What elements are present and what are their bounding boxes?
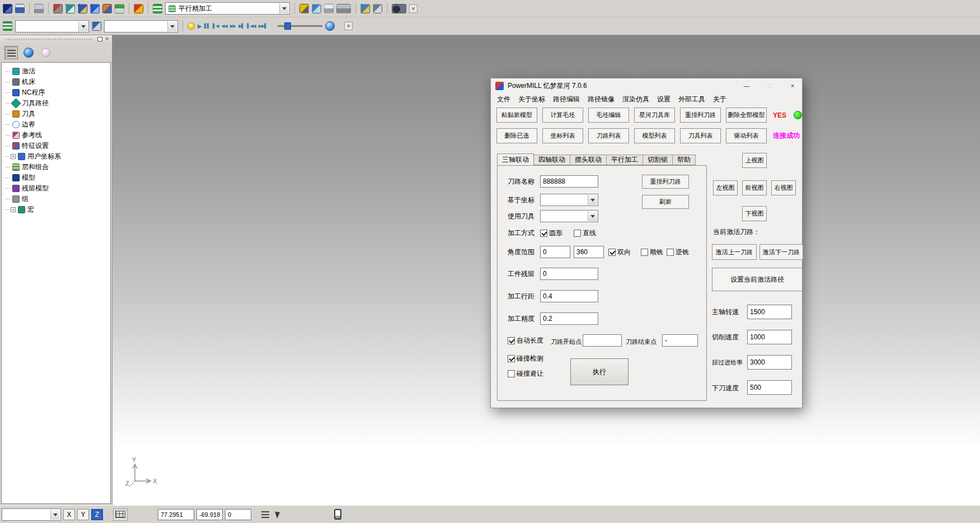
use-tool-combo[interactable] — [540, 210, 598, 222]
model-list-button[interactable]: 模型列表 — [634, 128, 675, 143]
clock-icon[interactable] — [325, 21, 335, 31]
close-panel-icon[interactable]: × — [105, 36, 109, 42]
toolpath-list-icon[interactable] — [3, 21, 12, 31]
plunge-feed-input[interactable] — [747, 380, 792, 395]
new-project-icon[interactable] — [3, 4, 12, 13]
clipping-icon[interactable] — [373, 4, 382, 13]
minimize-button[interactable]: — — [737, 78, 756, 93]
tree-item-group[interactable]: 组 — [6, 194, 110, 204]
conventional-checkbox[interactable] — [667, 249, 674, 256]
pause-icon[interactable]: ▌▌ — [204, 24, 210, 29]
step-first-icon[interactable]: ▌◀ — [213, 24, 218, 29]
menu-settings[interactable]: 设置 — [653, 95, 674, 104]
tree-item-stock-model[interactable]: 残留模型 — [6, 183, 110, 194]
print-icon[interactable] — [34, 4, 44, 13]
end-point-input[interactable] — [662, 334, 698, 347]
circle-checkbox[interactable] — [540, 230, 547, 237]
coord-y-input[interactable] — [196, 509, 223, 520]
step-last-icon[interactable]: ▶▌ — [238, 24, 244, 29]
method-line-option[interactable]: 直线 — [574, 228, 596, 238]
shaded-view-button[interactable] — [39, 46, 53, 59]
toolpath-list-button[interactable]: 刀路列表 — [588, 128, 629, 143]
animation-speed-slider[interactable] — [278, 22, 322, 30]
play-icon[interactable]: ▶ — [198, 23, 201, 29]
tool-library-button[interactable]: 星河刀具库 — [634, 108, 675, 123]
panel-toggle-icon[interactable] — [334, 509, 341, 520]
tree-item-nc-program[interactable]: NC程序 — [6, 87, 110, 98]
tree-item-boundary[interactable]: 边界 — [6, 119, 110, 130]
menu-about[interactable]: 关于 — [709, 95, 730, 104]
tab-saw[interactable]: 切割锯 — [643, 155, 673, 165]
delete-all-models-button[interactable]: 删除全部模型 — [726, 108, 767, 123]
activate-next-button[interactable]: 激活下一刀路 — [759, 244, 803, 260]
menu-render-sim[interactable]: 渲染仿真 — [618, 95, 653, 104]
z-axis-button[interactable]: Z — [91, 509, 103, 520]
collision-check-option[interactable]: 碰撞检测 — [508, 354, 543, 363]
list-icon[interactable] — [261, 511, 269, 518]
maximize-button[interactable]: □ — [760, 78, 779, 93]
clamp-icon[interactable] — [53, 4, 63, 13]
menu-external-tools[interactable]: 外部工具 — [674, 95, 709, 104]
grid-button[interactable] — [113, 508, 128, 521]
view-front-button[interactable]: 前视图 — [742, 180, 767, 195]
calculator-icon[interactable] — [336, 4, 351, 13]
stock-input[interactable] — [540, 268, 598, 280]
skip-end-icon[interactable]: ▶▶▌ — [259, 24, 267, 29]
skip-start-icon[interactable]: ▌◀◀ — [247, 24, 255, 29]
auto-length-checkbox[interactable] — [508, 337, 515, 344]
tool-list-button[interactable]: 刀具列表 — [680, 128, 721, 143]
cutting-speed-input[interactable] — [747, 330, 792, 344]
y-axis-button[interactable]: Y — [77, 509, 89, 520]
collision-avoid-option[interactable]: 碰撞避让 — [508, 369, 543, 379]
globe-button[interactable] — [22, 46, 35, 59]
abacus-icon[interactable] — [324, 4, 334, 13]
angle-from-input[interactable] — [540, 246, 570, 258]
view-left-button[interactable]: 左视图 — [713, 180, 738, 195]
activate-prev-button[interactable]: 激活上一刀路 — [712, 244, 757, 260]
climb-option[interactable]: 顺铣 — [641, 248, 663, 257]
view-top-button[interactable]: 上视图 — [742, 153, 767, 168]
method-circle-option[interactable]: 圆形 — [540, 228, 562, 238]
toolpath-name-input[interactable] — [540, 175, 598, 188]
execute-button[interactable]: 执行 — [570, 358, 629, 385]
tree-item-macro[interactable]: +宏 — [6, 204, 110, 215]
panel-grip[interactable] — [6, 39, 92, 40]
skim-feed-input[interactable] — [747, 355, 792, 370]
tree-item-machine[interactable]: 机床 — [6, 77, 110, 87]
toolpath-combo[interactable] — [15, 20, 89, 32]
dialog-titlebar[interactable]: PowerMILL 忆梦星河 7.0.6 — □ × — [491, 78, 802, 93]
rearrange-toolpaths-button[interactable]: 重排列刀路 — [680, 108, 721, 123]
lightbulb-icon[interactable] — [187, 22, 195, 30]
x-axis-button[interactable]: X — [63, 509, 75, 520]
swap-levels-icon[interactable] — [92, 21, 101, 31]
cursor-icon[interactable] — [275, 510, 282, 519]
tree-item-tool[interactable]: 刀具 — [6, 109, 110, 119]
view-bottom-button[interactable]: 下视图 — [742, 206, 767, 221]
menu-path-mirror[interactable]: 路径镜像 — [584, 95, 618, 104]
tree-item-levels[interactable]: 层和组合 — [6, 162, 110, 172]
spindle-speed-input[interactable] — [747, 305, 792, 319]
auto-length-option[interactable]: 自动长度 — [508, 336, 543, 345]
stats-chart-icon[interactable] — [360, 4, 370, 13]
bidirectional-option[interactable]: 双向 — [608, 248, 631, 257]
rearrange-button[interactable]: 重排列刀路 — [642, 175, 689, 189]
view-right-button[interactable]: 右视图 — [771, 180, 796, 195]
shade-diamond-icon[interactable] — [102, 4, 112, 13]
menu-file[interactable]: 文件 — [493, 95, 514, 104]
binoculars-icon[interactable] — [392, 4, 406, 13]
climb-checkbox[interactable] — [641, 249, 648, 256]
line-checkbox[interactable] — [574, 230, 581, 237]
undo-icon[interactable] — [78, 4, 87, 13]
paste-new-model-button[interactable]: 粘贴新模型 — [496, 108, 537, 123]
coord-list-button[interactable]: 坐标列表 — [542, 128, 583, 143]
tab-parallel[interactable]: 平行加工 — [607, 155, 643, 165]
tree-item-pattern[interactable]: 参考线 — [6, 130, 110, 141]
levels-icon[interactable] — [115, 4, 124, 13]
menu-coords[interactable]: 关于坐标 — [514, 95, 549, 104]
expand-icon[interactable]: + — [11, 207, 16, 212]
graph-icon[interactable] — [312, 4, 321, 13]
edit-stock-button[interactable]: 毛坯编辑 — [588, 108, 629, 123]
tab-4axis[interactable]: 四轴联动 — [534, 155, 570, 165]
tool-setup-icon[interactable] — [134, 4, 143, 13]
yellow-tools-icon[interactable] — [299, 4, 309, 13]
